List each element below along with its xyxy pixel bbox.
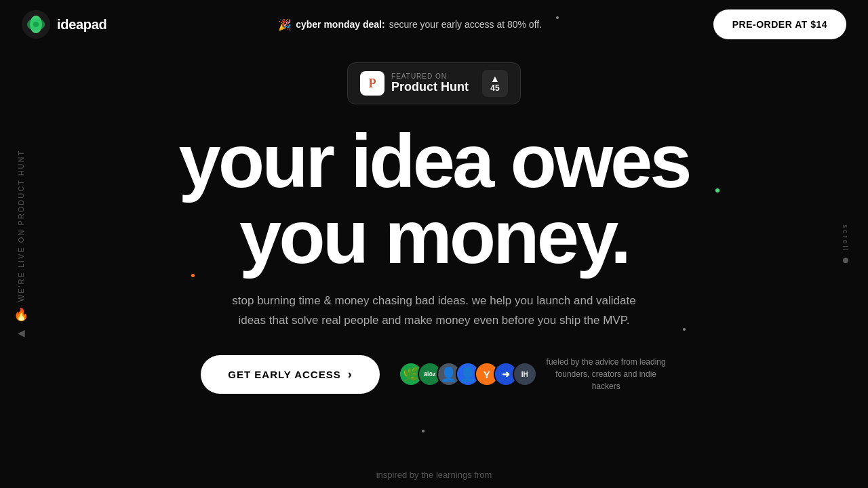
upvote-arrow-icon: ▲ — [490, 74, 500, 83]
hero-section: P FEATURED ON Product Hunt ▲ 45 your ide… — [0, 49, 868, 394]
social-proof-block: 🌿 ālōz 👤 👤 Y — [399, 356, 667, 392]
preorder-button[interactable]: PRE-ORDER AT $14 — [713, 9, 846, 39]
ph-upvote-badge[interactable]: ▲ 45 — [482, 70, 508, 97]
avatar-emoji: 👤 — [440, 367, 457, 381]
banner-text: secure your early access at 80% off. — [389, 19, 542, 30]
headline-line1: your idea owes — [178, 119, 689, 203]
svg-point-3 — [33, 22, 39, 27]
ph-text-block: FEATURED ON Product Hunt — [391, 73, 469, 94]
cta-row: GET EARLY ACCESS › 🌿 ālōz 👤 👤 — [201, 355, 667, 394]
banner-emoji: 🎉 — [278, 18, 292, 31]
decor-dot-white-2 — [422, 430, 425, 432]
bottom-hint: inspired by the learnings from — [376, 470, 492, 480]
headline-line2: you money. — [239, 195, 629, 279]
ph-featured-label: FEATURED ON — [391, 73, 469, 80]
avatar-arrow: ➜ — [502, 369, 510, 380]
cta-button[interactable]: GET EARLY ACCESS › — [201, 355, 379, 394]
avatar-ih: IH — [521, 371, 528, 378]
banner-deal: cyber monday deal: — [296, 19, 385, 30]
cta-arrow-icon: › — [348, 367, 353, 382]
announcement-banner: 🎉 cyber monday deal: secure your early a… — [278, 18, 542, 31]
product-hunt-badge[interactable]: P FEATURED ON Product Hunt ▲ 45 — [347, 62, 521, 104]
cta-label: GET EARLY ACCESS — [228, 369, 340, 380]
logo-text: ideapad — [57, 17, 106, 33]
avatars-group: 🌿 ālōz 👤 👤 Y — [399, 362, 537, 386]
social-proof-text: fueled by the advice from leading founde… — [545, 356, 667, 392]
avatar-emoji: 🌿 — [402, 367, 419, 381]
upvote-count: 45 — [490, 83, 499, 93]
avatar: IH — [513, 362, 537, 386]
hero-subtext: stop burning time & money chasing bad id… — [217, 291, 651, 331]
ph-logo: P — [360, 71, 384, 96]
ph-name: Product Hunt — [391, 80, 469, 94]
navbar: ideapad 🎉 cyber monday deal: secure your… — [0, 0, 868, 49]
avatar-emoji: 👤 — [459, 367, 476, 381]
avatar-letter: Y — [484, 369, 490, 380]
logo-area[interactable]: ideapad — [22, 10, 106, 39]
logo-icon — [22, 10, 50, 39]
avatar-text: ālōz — [424, 371, 436, 378]
hero-headline: your idea owes you money. — [178, 123, 689, 275]
